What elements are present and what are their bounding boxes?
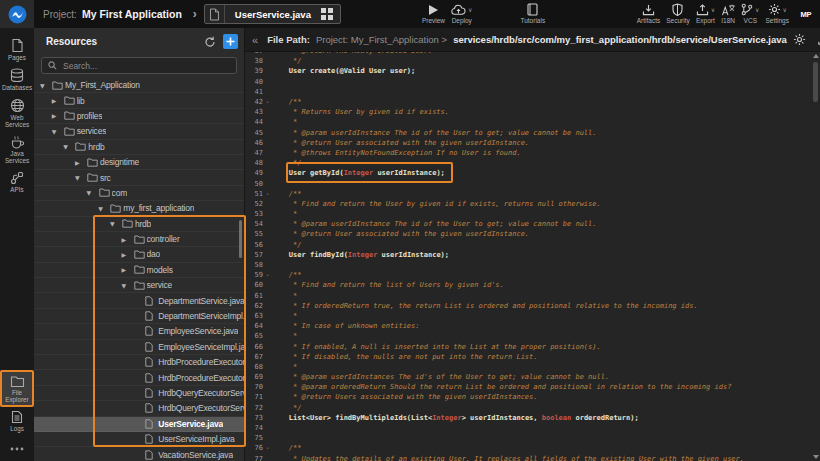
- code-line-58: 58: [245, 260, 820, 270]
- line-number: 42: [245, 98, 263, 106]
- app-logo[interactable]: [0, 0, 34, 28]
- tree-item-label: VacationService.java: [158, 450, 233, 460]
- editor-area: « File Path: Project: My_First_Applicati…: [245, 28, 820, 461]
- code-line-60: 60 * Find and return the list of Users b…: [245, 280, 820, 290]
- folder-icon: [122, 219, 135, 228]
- tree-item-designtime[interactable]: ▶designtime: [34, 155, 244, 170]
- rail-item-label: Web Services: [1, 114, 33, 128]
- settings-icon-row: ∨: [768, 3, 787, 16]
- tree-item-dao[interactable]: ▶dao: [34, 247, 244, 262]
- scroll-up-icon[interactable]: [813, 54, 819, 58]
- tree-item-departmentserviceimpl-jav[interactable]: DepartmentServiceImpl.jav: [34, 309, 244, 324]
- file-settings-gear-icon[interactable]: [793, 33, 806, 46]
- tree-item-hrdbqueryexecutorservice[interactable]: HrdbQueryExecutorService: [34, 401, 244, 416]
- chevron-down-icon: ∨: [468, 6, 472, 13]
- fold-marker-icon[interactable]: -: [263, 271, 272, 279]
- code-editor[interactable]: 37 * @return The newly created User.38 *…: [245, 52, 820, 461]
- code-text: User create(@Valid User user);: [272, 67, 415, 75]
- tree-item-vacationservice-java[interactable]: VacationService.java: [34, 447, 244, 461]
- rail-item-apis[interactable]: APIs: [1, 167, 33, 196]
- fold-marker-icon[interactable]: -: [263, 98, 272, 106]
- scroll-down-icon[interactable]: [813, 455, 819, 459]
- tree-item-hrdb[interactable]: ▼hrdb: [34, 140, 244, 155]
- line-number: 62: [245, 302, 263, 310]
- tree-scrollbar-thumb[interactable]: [239, 220, 242, 258]
- code-line-55: 55 * @return User associated with the gi…: [245, 229, 820, 239]
- code-text: * @return Users associated with the give…: [272, 393, 538, 401]
- rail-item-java-services[interactable]: Java Services: [1, 131, 33, 167]
- rail-item-label: Logs: [1, 425, 33, 432]
- tab-userservice-java[interactable]: UserService.java: [204, 4, 341, 24]
- resources-search[interactable]: [41, 57, 237, 74]
- tree-item-label: service: [147, 280, 173, 290]
- code-line-40: 40: [245, 77, 820, 87]
- tray-up-icon: [696, 4, 709, 16]
- file-switcher-grid-icon[interactable]: [321, 8, 333, 20]
- page-icon: [11, 38, 24, 53]
- tree-item-userserviceimpl-java[interactable]: UserServiceImpl.java: [34, 432, 244, 447]
- line-number: 58: [245, 261, 263, 269]
- tree-item-src[interactable]: ▼src: [34, 170, 244, 185]
- tree-item-services[interactable]: ▼services: [34, 124, 244, 139]
- topbar-action-tutorials[interactable]: Tutorials: [517, 3, 548, 24]
- code-line-70: 70 * @param orderedReturn Should the ret…: [245, 382, 820, 392]
- topbar-action-settings[interactable]: ∨Settings: [763, 3, 793, 24]
- rail-item-label: Pages: [1, 54, 33, 61]
- tree-item-profiles[interactable]: ▶profiles: [34, 109, 244, 124]
- refresh-icon[interactable]: [201, 33, 219, 51]
- collapse-panel-icon[interactable]: «: [249, 34, 261, 46]
- chevron-down-icon: ▼: [110, 220, 122, 227]
- line-number: 60: [245, 281, 263, 289]
- tree-item-my-first-application[interactable]: ▼my_first_application: [34, 201, 244, 216]
- fold-marker-icon[interactable]: -: [263, 444, 272, 452]
- rail-item-file-explorer[interactable]: File Explorer: [1, 371, 33, 406]
- code-line-59: 59- /**: [245, 270, 820, 280]
- topbar-action-artifacts[interactable]: Artifacts: [634, 3, 663, 24]
- rail-item-pages[interactable]: Pages: [1, 34, 33, 64]
- tree-item-service[interactable]: ▼service: [34, 278, 244, 293]
- tree-item-employeeserviceimpl-java[interactable]: EmployeeServiceImpl.java: [34, 340, 244, 355]
- chevron-right-icon: ▶: [52, 112, 64, 119]
- tree-item-label: profiles: [77, 111, 103, 121]
- tree-item-models[interactable]: ▶models: [34, 263, 244, 278]
- code-line-67: 67 * If disabled, the nulls are not put …: [245, 352, 820, 362]
- topbar-action-vcs[interactable]: ∨VCS: [738, 3, 762, 24]
- code-text: List<User> findByMultipleIds(List<Intege…: [272, 414, 639, 422]
- file-icon: [205, 5, 225, 23]
- code-text: *: [272, 118, 297, 126]
- chevron-down-icon: ∨: [755, 6, 759, 13]
- tree-item-userservice-java[interactable]: UserService.java: [34, 417, 244, 432]
- rail-item-logs[interactable]: Logs: [1, 406, 33, 435]
- add-resource-button[interactable]: [223, 34, 238, 49]
- tree-item-lib[interactable]: ▶lib: [34, 93, 244, 108]
- file-tree: ▼My_First_Application▶lib▶profiles▼servi…: [34, 78, 244, 461]
- fold-marker-icon[interactable]: -: [263, 190, 272, 198]
- tree-item-my-first-application[interactable]: ▼My_First_Application: [34, 78, 244, 93]
- tree-item-label: HrdbProcedureExecutorSe: [158, 373, 244, 383]
- code-text: *: [272, 363, 297, 371]
- tree-item-employeeservice-java[interactable]: EmployeeService.java: [34, 324, 244, 339]
- rail-item-web-services[interactable]: Web Services: [1, 94, 33, 131]
- topbar-action-i18n[interactable]: I18N: [718, 3, 738, 24]
- tree-item-hrdbprocedureexecutorse[interactable]: HrdbProcedureExecutorSe: [34, 370, 244, 385]
- tree-item-controller[interactable]: ▶controller: [34, 232, 244, 247]
- globe-icon: [10, 98, 25, 113]
- topbar-action-preview[interactable]: Preview: [419, 3, 448, 24]
- editor-scrollbar-thumb[interactable]: [813, 62, 818, 102]
- tree-item-hrdbqueryexecutorservice[interactable]: HrdbQueryExecutorService: [34, 386, 244, 401]
- tree-item-com[interactable]: ▼com: [34, 186, 244, 201]
- shield-icon: [672, 3, 683, 16]
- tree-item-departmentservice-java[interactable]: DepartmentService.java: [34, 293, 244, 308]
- tree-item-hrdbprocedureexecutorse[interactable]: HrdbProcedureExecutorSe: [34, 355, 244, 370]
- topbar-action-export[interactable]: ∨Export: [693, 3, 718, 24]
- search-input[interactable]: [61, 60, 211, 72]
- project-breadcrumb[interactable]: Project: My First Application: [34, 8, 182, 20]
- avatar[interactable]: MP: [797, 5, 815, 23]
- more-options-icon[interactable]: [10, 435, 24, 459]
- tree-item-label: DepartmentService.java: [158, 296, 244, 306]
- topbar-action-deploy[interactable]: ∨Deploy: [448, 3, 475, 24]
- topbar-action-security[interactable]: Security: [663, 3, 692, 24]
- editor-scrollbar[interactable]: [812, 54, 819, 459]
- rail-item-databases[interactable]: Databases: [1, 64, 33, 94]
- tree-item-hrdb[interactable]: ▼hrdb: [34, 217, 244, 232]
